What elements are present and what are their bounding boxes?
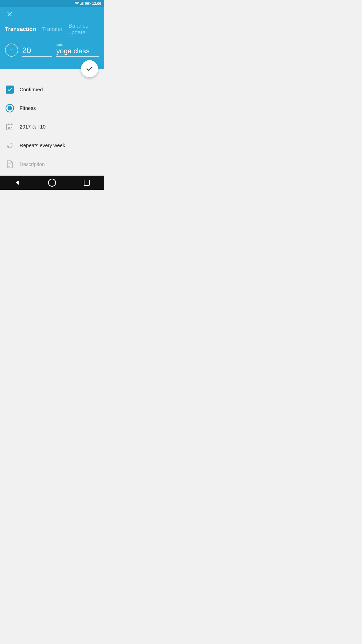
close-button[interactable] — [5, 10, 14, 19]
status-bar: 12:00 — [0, 0, 104, 7]
fitness-icon — [5, 103, 15, 113]
svg-rect-1 — [80, 4, 81, 5]
navigation-bar — [0, 176, 104, 190]
calendar-icon-container — [5, 122, 15, 132]
confirmed-icon — [5, 85, 15, 94]
date-item[interactable]: 2017 Jul 10 — [0, 117, 104, 136]
check-icon — [86, 65, 93, 72]
recents-icon — [84, 180, 90, 186]
checkbox-checked-icon — [6, 86, 14, 94]
home-icon — [48, 179, 56, 187]
svg-rect-16 — [11, 127, 12, 128]
recents-button[interactable] — [79, 175, 94, 190]
fitness-item[interactable]: Fitness — [0, 99, 104, 117]
label-field: Label — [56, 43, 99, 57]
back-button[interactable] — [10, 175, 25, 190]
label-text: Label — [56, 43, 99, 47]
minus-icon: − — [10, 47, 13, 53]
home-button[interactable] — [44, 175, 60, 190]
svg-rect-7 — [86, 3, 89, 5]
svg-point-0 — [76, 5, 77, 5]
description-label: Description — [20, 162, 45, 167]
svg-rect-17 — [8, 128, 9, 129]
amount-field — [22, 46, 52, 57]
confirmed-label: Confirmed — [20, 87, 43, 93]
tab-transaction[interactable]: Transaction — [5, 26, 36, 32]
repeat-icon — [6, 142, 14, 149]
confirmed-item[interactable]: Confirmed — [0, 80, 104, 99]
tab-transfer[interactable]: Transfer — [42, 26, 62, 32]
date-label: 2017 Jul 10 — [20, 124, 46, 130]
fitness-label: Fitness — [20, 105, 36, 111]
status-icons: 12:00 — [75, 2, 101, 6]
repeat-item[interactable]: Repeats every week — [0, 136, 104, 155]
svg-rect-4 — [83, 2, 84, 5]
label-input[interactable] — [56, 47, 99, 57]
svg-rect-12 — [8, 124, 9, 125]
fab-area — [0, 69, 104, 78]
svg-rect-6 — [90, 3, 91, 4]
document-icon — [6, 160, 13, 168]
wifi-icon — [75, 2, 79, 5]
content-area: Confirmed Fitness 2017 Jul 10 — [0, 78, 104, 176]
radio-selected-icon — [6, 104, 14, 112]
repeat-icon-container — [5, 141, 15, 150]
description-item[interactable]: Description — [0, 155, 104, 174]
svg-rect-15 — [9, 127, 10, 128]
calendar-icon — [6, 123, 14, 131]
svg-rect-14 — [8, 127, 9, 128]
battery-icon — [85, 2, 91, 5]
svg-marker-22 — [16, 180, 19, 185]
confirm-fab[interactable] — [81, 60, 98, 77]
tab-balance[interactable]: Balance update — [69, 23, 99, 36]
back-icon — [14, 179, 21, 186]
signal-icon — [80, 2, 84, 5]
svg-rect-3 — [82, 2, 83, 5]
header: Transaction Transfer Balance update − La… — [0, 7, 104, 69]
minus-button[interactable]: − — [5, 44, 18, 57]
repeat-label: Repeats every week — [20, 143, 65, 148]
svg-rect-13 — [11, 124, 12, 125]
status-time: 12:00 — [92, 2, 101, 6]
description-icon-container — [5, 159, 15, 169]
tab-bar: Transaction Transfer Balance update — [5, 23, 99, 36]
transaction-inputs: − Label — [5, 43, 99, 57]
svg-rect-18 — [9, 128, 10, 129]
amount-input[interactable] — [22, 46, 52, 57]
svg-rect-2 — [81, 3, 82, 5]
